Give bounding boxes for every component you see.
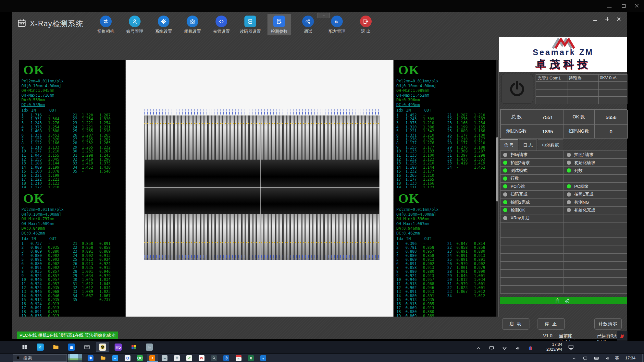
tube-status-cell: 待预热	[567, 74, 598, 82]
tray-tray-app-button[interactable]	[524, 343, 537, 353]
tab-信号[interactable]: 信 号	[500, 139, 518, 151]
tray-wifi-button[interactable]	[498, 343, 511, 353]
tray2-tray-chevron-button[interactable]	[569, 354, 580, 362]
taskbar-editor-app-button[interactable]	[184, 354, 195, 362]
auto-mode-banner[interactable]: 自 动	[500, 297, 627, 304]
tiles-app-icon	[130, 344, 137, 350]
toolbar-item-account[interactable]: 账号管理	[123, 14, 146, 35]
toolbar-item-tube-setting[interactable]: 光管设置	[210, 14, 233, 35]
taskbar-player-app-button[interactable]	[147, 354, 158, 362]
taskbar-compass-app-button[interactable]	[221, 354, 232, 362]
taskbar-tiles-app-button[interactable]	[127, 342, 140, 352]
show-desktop-button[interactable]	[642, 354, 644, 362]
xray-measure-line	[144, 242, 379, 243]
tray-volume-button[interactable]	[511, 343, 524, 353]
taskbar-h5-app-button[interactable]: H5	[112, 342, 125, 352]
tray-tray-chevron-button[interactable]	[472, 343, 485, 353]
signal-cell: 列数	[564, 167, 627, 175]
tray2-volume-button[interactable]	[602, 354, 613, 362]
table-row: 60.8800.902	[21, 262, 73, 266]
outer-maximize-button[interactable]	[621, 3, 627, 9]
table-row: 160.9130.935	[396, 302, 447, 306]
taskbar-start-button[interactable]	[18, 342, 31, 352]
taskbar2-clock-time: 17:34	[625, 356, 635, 360]
tray2-chat-button[interactable]	[580, 354, 591, 362]
xray-app-icon	[99, 344, 106, 351]
taskbar-wps-app-button[interactable]: W	[196, 354, 207, 362]
ok-count-value: 5656	[594, 110, 628, 124]
measurement-line: OH-Max:1.452mm	[396, 93, 498, 98]
taskbar-xray-app-button[interactable]	[96, 342, 109, 352]
taskbar-notepad-app-button[interactable]	[171, 354, 182, 362]
taskbar-store-button[interactable]: ⊞	[65, 342, 78, 352]
toolbar-item-system[interactable]: 系统设置	[152, 14, 175, 35]
tray-language-indicator[interactable]: 英	[612, 354, 623, 362]
taskbar-q-browser-button[interactable]: Q	[122, 354, 133, 362]
table-row: 120.9020.946	[396, 286, 447, 290]
table-row: 230.8910.880	[447, 249, 498, 253]
result-panel-top-right: OKPxl2mm=0.011mm/plxOH[0.10mm~4.00mm]OH-…	[394, 60, 498, 188]
clock-date: 2023/9/4	[546, 347, 562, 352]
tab-电池数据[interactable]: 电池数据	[538, 139, 563, 151]
toolbar-item-detect-params[interactable]: 检测参数	[267, 14, 291, 35]
table-row: 171.1221.221	[21, 177, 73, 181]
app-restore-button[interactable]	[604, 16, 610, 22]
signal-cell: PC心跳	[500, 183, 564, 190]
taskbar-clock[interactable]: 17:34 2023/9/4	[546, 341, 562, 353]
tube-empty-cell	[598, 89, 627, 97]
tab-日志[interactable]: 日 志	[519, 139, 537, 151]
table-row: 270.9350.913	[73, 266, 124, 270]
taskbar-folder-app-button[interactable]	[97, 354, 108, 362]
taskbar-mail-button[interactable]	[80, 342, 93, 352]
signal-label: 拍照2完成	[511, 199, 530, 205]
toolbar-item-switch-camera[interactable]: 切换相机	[94, 14, 118, 35]
notification-center-button[interactable]	[564, 342, 577, 352]
taskbar-excel-app-button[interactable]: X	[245, 354, 256, 362]
taskbar-qc-app-button[interactable]: QC	[134, 354, 145, 362]
table-row: 281.0010.946	[73, 270, 124, 273]
outer-close-button[interactable]	[634, 3, 640, 9]
taskbar-viewer-app-button[interactable]	[159, 354, 170, 362]
table-row: 141.1881.144	[396, 165, 447, 169]
tray-monitor-button[interactable]	[485, 343, 498, 353]
toolbar-item-debug[interactable]: 调试	[296, 14, 320, 35]
toolbar-item-exit[interactable]: 退 出	[354, 14, 378, 35]
toolbar-item-label: 检测参数	[271, 29, 288, 34]
start-button[interactable]: 启 动	[502, 318, 529, 330]
taskbar-search-input[interactable]: 搜索	[13, 354, 67, 362]
signal-indicator-on	[503, 168, 508, 173]
taskbar-edge-button[interactable]: e	[34, 342, 47, 352]
xray-power-button[interactable]	[501, 74, 533, 104]
measurement-line: DC:0.462mm	[396, 231, 498, 236]
clock-time: 17:34	[546, 342, 562, 347]
toolbar-item-reader-setting[interactable]: 读码器设置	[239, 14, 262, 35]
taskbar-kite-app-button[interactable]	[85, 354, 96, 362]
app-close-button[interactable]	[616, 16, 622, 22]
taskbar2-clock[interactable]: 17:34	[623, 354, 638, 362]
toolbar-item-camera-setting[interactable]: 相机设置	[181, 14, 204, 35]
table-row: 20.7810.858	[396, 246, 447, 249]
city-wallpaper-thumbnail[interactable]	[68, 354, 82, 362]
taskbar-calendar-app-button[interactable]: 31	[233, 354, 244, 362]
table-row: 331.0671.012	[447, 290, 498, 294]
results-scrollbar[interactable]	[496, 60, 498, 317]
stop-button[interactable]: 停 止	[538, 318, 565, 330]
tray2-keyboard-button[interactable]	[591, 354, 602, 362]
result-status: OK	[23, 191, 125, 206]
measurement-line: DC:0.539mm	[21, 103, 125, 107]
count-reset-button[interactable]: 计数清零	[594, 318, 622, 330]
xray-image-viewport[interactable]	[126, 60, 393, 317]
taskbar-file-explorer-button[interactable]	[49, 342, 62, 352]
table-row: 121.2321.122	[396, 157, 447, 161]
taskbar-ie-app-button[interactable]: e	[258, 354, 269, 362]
signal-cell: 扫码完成	[500, 190, 564, 198]
taskbar-magnifier-app-button[interactable]	[208, 354, 219, 362]
table-row: 181.2101.122	[21, 181, 73, 185]
taskbar-bird-app-button[interactable]	[110, 354, 121, 362]
outer-minimize-button[interactable]	[606, 3, 613, 9]
taskbar-photos-app-button[interactable]	[143, 342, 156, 352]
toolbar-chevron-button[interactable]	[317, 13, 330, 18]
app-minimize-button[interactable]	[593, 16, 599, 22]
toolbar-item-label: 退 出	[361, 29, 371, 34]
measurement-table: 11.452-21.2431.30931.3751.21041.3201.386…	[396, 113, 498, 188]
